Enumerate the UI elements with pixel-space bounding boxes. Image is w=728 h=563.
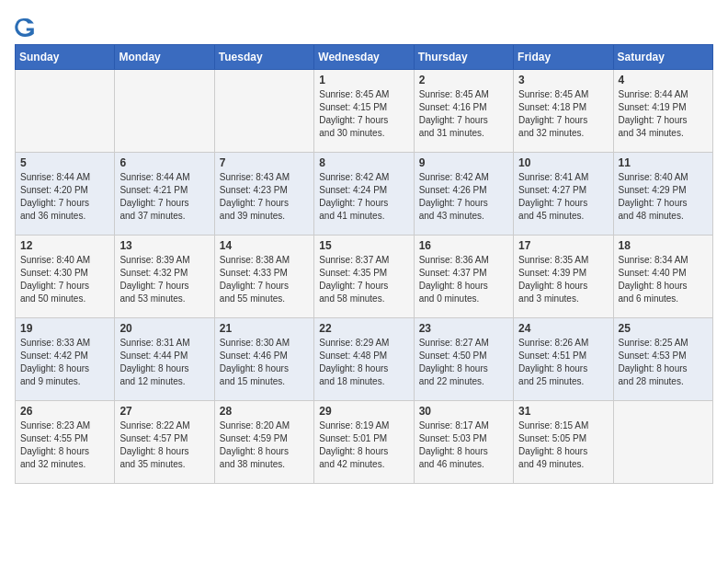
day-number: 2	[419, 74, 508, 86]
day-number: 25	[619, 322, 708, 335]
weekday-header-sunday: Sunday	[16, 45, 115, 70]
day-info: Sunrise: 8:44 AM Sunset: 4:21 PM Dayligh…	[119, 171, 209, 223]
day-number: 23	[419, 322, 508, 335]
day-number: 24	[518, 322, 608, 335]
day-info: Sunrise: 8:15 AM Sunset: 5:05 PM Dayligh…	[518, 419, 608, 471]
day-info: Sunrise: 8:25 AM Sunset: 4:53 PM Dayligh…	[619, 337, 708, 388]
calendar-cell: 26Sunrise: 8:23 AM Sunset: 4:55 PM Dayli…	[16, 401, 115, 484]
day-info: Sunrise: 8:42 AM Sunset: 4:24 PM Dayligh…	[319, 171, 408, 223]
calendar-cell: 3Sunrise: 8:45 AM Sunset: 4:18 PM Daylig…	[514, 70, 613, 153]
day-number: 26	[20, 405, 109, 418]
calendar-cell: 24Sunrise: 8:26 AM Sunset: 4:51 PM Dayli…	[514, 318, 613, 401]
calendar-cell: 25Sunrise: 8:25 AM Sunset: 4:53 PM Dayli…	[613, 318, 712, 401]
day-number: 4	[619, 74, 708, 86]
day-number: 16	[419, 239, 508, 252]
day-info: Sunrise: 8:39 AM Sunset: 4:32 PM Dayligh…	[119, 254, 209, 305]
calendar-cell: 1Sunrise: 8:45 AM Sunset: 4:15 PM Daylig…	[314, 70, 414, 153]
day-info: Sunrise: 8:34 AM Sunset: 4:40 PM Dayligh…	[619, 254, 708, 305]
calendar-cell: 30Sunrise: 8:17 AM Sunset: 5:03 PM Dayli…	[414, 401, 513, 484]
calendar-cell: 21Sunrise: 8:30 AM Sunset: 4:46 PM Dayli…	[214, 318, 313, 401]
day-info: Sunrise: 8:45 AM Sunset: 4:16 PM Dayligh…	[419, 88, 508, 140]
calendar-cell: 23Sunrise: 8:27 AM Sunset: 4:50 PM Dayli…	[414, 318, 513, 401]
calendar-cell	[214, 70, 313, 153]
weekday-header-thursday: Thursday	[414, 45, 513, 70]
day-info: Sunrise: 8:33 AM Sunset: 4:42 PM Dayligh…	[20, 337, 109, 388]
calendar-week-2: 5Sunrise: 8:44 AM Sunset: 4:20 PM Daylig…	[16, 153, 713, 236]
day-number: 19	[20, 322, 109, 335]
calendar-cell: 8Sunrise: 8:42 AM Sunset: 4:24 PM Daylig…	[314, 153, 414, 236]
day-info: Sunrise: 8:31 AM Sunset: 4:44 PM Dayligh…	[119, 337, 209, 388]
day-number: 30	[419, 405, 508, 418]
day-info: Sunrise: 8:20 AM Sunset: 4:59 PM Dayligh…	[220, 419, 309, 471]
calendar-week-1: 1Sunrise: 8:45 AM Sunset: 4:15 PM Daylig…	[16, 70, 713, 153]
day-info: Sunrise: 8:19 AM Sunset: 5:01 PM Dayligh…	[319, 419, 408, 471]
day-number: 11	[619, 156, 708, 169]
day-info: Sunrise: 8:40 AM Sunset: 4:29 PM Dayligh…	[619, 171, 708, 223]
day-info: Sunrise: 8:35 AM Sunset: 4:39 PM Dayligh…	[518, 254, 608, 305]
calendar-cell: 2Sunrise: 8:45 AM Sunset: 4:16 PM Daylig…	[414, 70, 513, 153]
day-number: 29	[319, 405, 408, 418]
weekday-header-row: SundayMondayTuesdayWednesdayThursdayFrid…	[16, 45, 713, 70]
weekday-header-monday: Monday	[115, 45, 214, 70]
calendar-cell	[16, 70, 115, 153]
calendar-cell: 31Sunrise: 8:15 AM Sunset: 5:05 PM Dayli…	[514, 401, 613, 484]
day-number: 9	[419, 156, 508, 169]
day-number: 21	[220, 322, 309, 335]
logo	[15, 15, 40, 37]
day-number: 1	[319, 74, 408, 86]
day-number: 8	[319, 156, 408, 169]
calendar-cell: 29Sunrise: 8:19 AM Sunset: 5:01 PM Dayli…	[314, 401, 414, 484]
calendar-cell: 7Sunrise: 8:43 AM Sunset: 4:23 PM Daylig…	[214, 153, 313, 236]
calendar-cell: 13Sunrise: 8:39 AM Sunset: 4:32 PM Dayli…	[115, 236, 214, 318]
calendar-cell: 19Sunrise: 8:33 AM Sunset: 4:42 PM Dayli…	[16, 318, 115, 401]
weekday-header-wednesday: Wednesday	[314, 45, 414, 70]
day-info: Sunrise: 8:44 AM Sunset: 4:19 PM Dayligh…	[619, 88, 708, 140]
calendar-cell: 12Sunrise: 8:40 AM Sunset: 4:30 PM Dayli…	[16, 236, 115, 318]
day-info: Sunrise: 8:37 AM Sunset: 4:35 PM Dayligh…	[319, 254, 408, 305]
day-info: Sunrise: 8:40 AM Sunset: 4:30 PM Dayligh…	[20, 254, 109, 305]
day-info: Sunrise: 8:22 AM Sunset: 4:57 PM Dayligh…	[119, 419, 209, 471]
day-info: Sunrise: 8:26 AM Sunset: 4:51 PM Dayligh…	[518, 337, 608, 388]
calendar-cell: 6Sunrise: 8:44 AM Sunset: 4:21 PM Daylig…	[115, 153, 214, 236]
calendar-cell	[115, 70, 214, 153]
calendar-cell: 4Sunrise: 8:44 AM Sunset: 4:19 PM Daylig…	[613, 70, 712, 153]
day-info: Sunrise: 8:45 AM Sunset: 4:15 PM Dayligh…	[319, 88, 408, 140]
calendar-cell: 11Sunrise: 8:40 AM Sunset: 4:29 PM Dayli…	[613, 153, 712, 236]
day-number: 14	[220, 239, 309, 252]
day-number: 7	[220, 156, 309, 169]
calendar-cell: 22Sunrise: 8:29 AM Sunset: 4:48 PM Dayli…	[314, 318, 414, 401]
calendar-cell: 15Sunrise: 8:37 AM Sunset: 4:35 PM Dayli…	[314, 236, 414, 318]
day-number: 5	[20, 156, 109, 169]
calendar-cell: 20Sunrise: 8:31 AM Sunset: 4:44 PM Dayli…	[115, 318, 214, 401]
calendar-cell: 14Sunrise: 8:38 AM Sunset: 4:33 PM Dayli…	[214, 236, 313, 318]
day-info: Sunrise: 8:17 AM Sunset: 5:03 PM Dayligh…	[419, 419, 508, 471]
calendar-cell	[613, 401, 712, 484]
day-number: 13	[119, 239, 209, 252]
calendar-cell: 18Sunrise: 8:34 AM Sunset: 4:40 PM Dayli…	[613, 236, 712, 318]
day-info: Sunrise: 8:23 AM Sunset: 4:55 PM Dayligh…	[20, 419, 109, 471]
weekday-header-saturday: Saturday	[613, 45, 712, 70]
day-number: 20	[119, 322, 209, 335]
day-number: 12	[20, 239, 109, 252]
logo-icon	[15, 15, 37, 37]
day-info: Sunrise: 8:43 AM Sunset: 4:23 PM Dayligh…	[220, 171, 309, 223]
calendar-cell: 5Sunrise: 8:44 AM Sunset: 4:20 PM Daylig…	[16, 153, 115, 236]
page-header	[15, 15, 713, 37]
day-info: Sunrise: 8:36 AM Sunset: 4:37 PM Dayligh…	[419, 254, 508, 305]
calendar-cell: 16Sunrise: 8:36 AM Sunset: 4:37 PM Dayli…	[414, 236, 513, 318]
day-number: 15	[319, 239, 408, 252]
calendar-week-5: 26Sunrise: 8:23 AM Sunset: 4:55 PM Dayli…	[16, 401, 713, 484]
calendar-cell: 17Sunrise: 8:35 AM Sunset: 4:39 PM Dayli…	[514, 236, 613, 318]
day-info: Sunrise: 8:41 AM Sunset: 4:27 PM Dayligh…	[518, 171, 608, 223]
day-info: Sunrise: 8:27 AM Sunset: 4:50 PM Dayligh…	[419, 337, 508, 388]
day-number: 6	[119, 156, 209, 169]
calendar-cell: 9Sunrise: 8:42 AM Sunset: 4:26 PM Daylig…	[414, 153, 513, 236]
calendar-week-4: 19Sunrise: 8:33 AM Sunset: 4:42 PM Dayli…	[16, 318, 713, 401]
weekday-header-tuesday: Tuesday	[214, 45, 313, 70]
day-number: 3	[518, 74, 608, 86]
day-number: 27	[119, 405, 209, 418]
day-number: 28	[220, 405, 309, 418]
calendar-week-3: 12Sunrise: 8:40 AM Sunset: 4:30 PM Dayli…	[16, 236, 713, 318]
day-number: 18	[619, 239, 708, 252]
day-info: Sunrise: 8:42 AM Sunset: 4:26 PM Dayligh…	[419, 171, 508, 223]
